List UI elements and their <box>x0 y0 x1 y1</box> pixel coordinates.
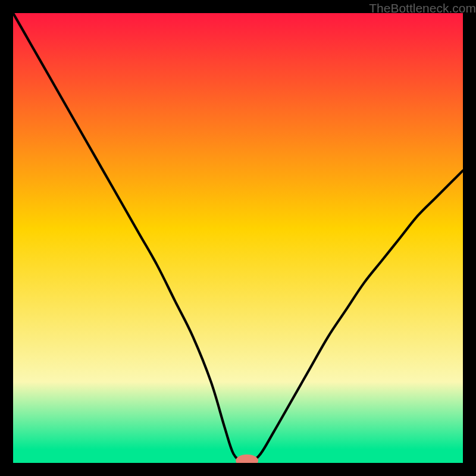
gradient-background <box>13 13 463 463</box>
plot-area <box>13 13 463 463</box>
chart-frame: TheBottleneck.com <box>0 0 476 476</box>
chart-svg <box>13 13 463 463</box>
